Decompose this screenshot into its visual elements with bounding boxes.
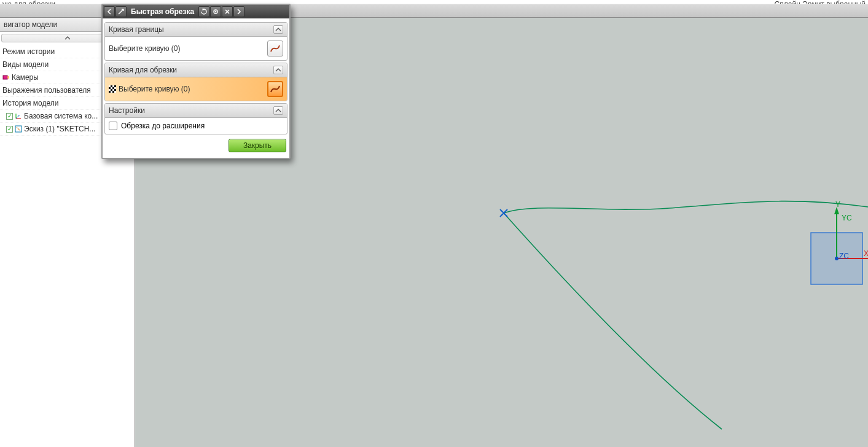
section-header-trim[interactable]: Кривая для обрезки bbox=[105, 63, 287, 77]
svg-text:Y: Y bbox=[835, 200, 840, 209]
svg-text:ZC: ZC bbox=[839, 252, 849, 260]
spline-curve-bottom[interactable] bbox=[504, 213, 722, 429]
svg-line-4 bbox=[16, 115, 20, 119]
svg-text:X: X bbox=[864, 249, 868, 258]
dialog-pin-button[interactable] bbox=[115, 6, 127, 17]
collapse-icon[interactable] bbox=[273, 25, 283, 34]
section-boundary-curve: Кривая границы Выберите кривую (0) bbox=[104, 22, 287, 61]
dialog-reset-button[interactable] bbox=[198, 6, 209, 17]
row-trim-to-extension[interactable]: Обрезка до расширения bbox=[105, 118, 287, 134]
svg-point-22 bbox=[215, 11, 216, 12]
selection-flag-icon bbox=[109, 85, 116, 93]
sketch-icon bbox=[15, 125, 22, 133]
collapse-icon[interactable] bbox=[273, 106, 283, 115]
row-select-boundary-curve[interactable]: Выберите кривую (0) bbox=[105, 37, 287, 60]
dialog-title: Быстрая обрезка bbox=[127, 7, 198, 16]
svg-line-6 bbox=[17, 127, 20, 131]
quick-trim-dialog: Быстрая обрезка Кривая границы Выберите … bbox=[101, 4, 291, 159]
svg-point-17 bbox=[835, 257, 839, 260]
section-settings: Настройки Обрезка до расширения bbox=[104, 103, 287, 134]
csys-icon bbox=[15, 112, 22, 120]
svg-marker-20 bbox=[203, 9, 204, 10]
collapse-icon[interactable] bbox=[273, 66, 283, 74]
dialog-body: Кривая границы Выберите кривую (0) Крива… bbox=[103, 18, 289, 158]
svg-rect-0 bbox=[3, 76, 7, 79]
dialog-prev-button[interactable] bbox=[104, 6, 115, 17]
section-header-settings[interactable]: Настройки bbox=[105, 104, 287, 118]
row-select-trim-curve[interactable]: Выберите кривую (0) bbox=[105, 77, 287, 101]
curve-type-button-active[interactable] bbox=[267, 81, 283, 97]
endpoint-marker-icon[interactable] bbox=[500, 209, 507, 217]
camera-icon bbox=[2, 74, 10, 81]
spline-curve-top[interactable] bbox=[504, 201, 868, 213]
section-header-boundary[interactable]: Кривая границы bbox=[105, 23, 287, 37]
dialog-close-button[interactable] bbox=[222, 6, 233, 17]
dialog-titlebar[interactable]: Быстрая обрезка bbox=[103, 5, 289, 18]
dialog-footer: Закрыть bbox=[104, 136, 287, 155]
svg-text:YC: YC bbox=[842, 214, 852, 222]
datum-csys[interactable]: YC Y X ZC bbox=[811, 200, 868, 284]
checkbox-trim-extension[interactable] bbox=[109, 122, 117, 130]
checkbox-icon[interactable]: ✓ bbox=[6, 113, 13, 120]
dialog-settings-button[interactable] bbox=[210, 6, 221, 17]
dialog-next-button[interactable] bbox=[233, 6, 244, 17]
section-trim-curve: Кривая для обрезки Выберите кривую (0) bbox=[104, 63, 287, 101]
curve-type-button[interactable] bbox=[267, 41, 283, 56]
checkbox-icon[interactable]: ✓ bbox=[6, 126, 13, 133]
close-button[interactable]: Закрыть bbox=[229, 139, 286, 152]
